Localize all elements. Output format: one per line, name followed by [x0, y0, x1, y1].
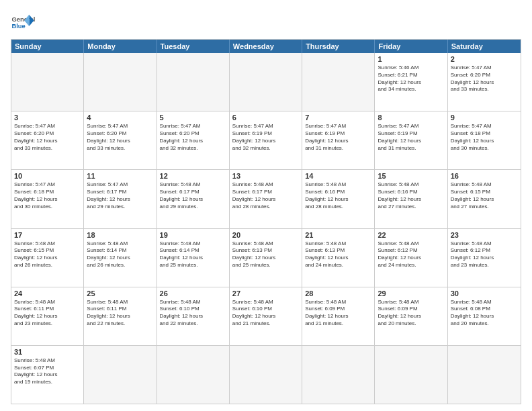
day-number: 20 — [232, 231, 299, 239]
cell-info: Sunrise: 5:48 AM Sunset: 6:09 PM Dayligh… — [378, 299, 444, 328]
calendar-cell: 23Sunrise: 5:48 AM Sunset: 6:12 PM Dayli… — [448, 229, 521, 287]
day-number: 6 — [232, 113, 299, 122]
cell-info: Sunrise: 5:47 AM Sunset: 6:20 PM Dayligh… — [87, 123, 153, 152]
day-number: 11 — [87, 172, 153, 180]
cal-header-day: Sunday — [11, 40, 84, 53]
calendar-cell: 10Sunrise: 5:47 AM Sunset: 6:18 PM Dayli… — [11, 170, 84, 228]
calendar-cell: 27Sunrise: 5:48 AM Sunset: 6:10 PM Dayli… — [230, 287, 302, 345]
day-number: 18 — [87, 231, 153, 239]
calendar-cell: 26Sunrise: 5:48 AM Sunset: 6:10 PM Dayli… — [157, 287, 230, 345]
cell-info: Sunrise: 5:48 AM Sunset: 6:11 PM Dayligh… — [14, 299, 81, 328]
cell-info: Sunrise: 5:47 AM Sunset: 6:19 PM Dayligh… — [378, 123, 444, 152]
day-number: 29 — [378, 289, 444, 298]
day-number: 15 — [378, 172, 444, 180]
day-number: 27 — [232, 289, 299, 298]
cell-info: Sunrise: 5:48 AM Sunset: 6:16 PM Dayligh… — [305, 181, 371, 210]
cell-info: Sunrise: 5:48 AM Sunset: 6:13 PM Dayligh… — [232, 240, 299, 269]
day-number: 10 — [14, 172, 81, 180]
calendar-cell: 11Sunrise: 5:47 AM Sunset: 6:17 PM Dayli… — [84, 170, 157, 228]
cell-info: Sunrise: 5:48 AM Sunset: 6:14 PM Dayligh… — [160, 240, 226, 269]
cell-info: Sunrise: 5:48 AM Sunset: 6:13 PM Dayligh… — [305, 240, 371, 269]
calendar-week-row: 3Sunrise: 5:47 AM Sunset: 6:20 PM Daylig… — [11, 111, 521, 169]
calendar-cell: 30Sunrise: 5:48 AM Sunset: 6:08 PM Dayli… — [448, 287, 521, 345]
calendar-week-row: 1Sunrise: 5:46 AM Sunset: 6:21 PM Daylig… — [11, 53, 521, 111]
cell-info: Sunrise: 5:47 AM Sunset: 6:19 PM Dayligh… — [232, 123, 299, 152]
page: General Blue SundayMondayTuesdayWednesda… — [0, 0, 532, 411]
day-number: 28 — [305, 289, 371, 298]
cell-info: Sunrise: 5:48 AM Sunset: 6:17 PM Dayligh… — [160, 181, 226, 210]
cell-info: Sunrise: 5:47 AM Sunset: 6:20 PM Dayligh… — [160, 123, 226, 152]
cell-info: Sunrise: 5:47 AM Sunset: 6:19 PM Dayligh… — [305, 123, 371, 152]
calendar-cell — [11, 53, 84, 111]
calendar-cell: 21Sunrise: 5:48 AM Sunset: 6:13 PM Dayli… — [302, 229, 375, 287]
calendar-cell: 14Sunrise: 5:48 AM Sunset: 6:16 PM Dayli… — [302, 170, 375, 228]
day-number: 31 — [14, 348, 81, 356]
calendar-cell: 8Sunrise: 5:47 AM Sunset: 6:19 PM Daylig… — [375, 111, 447, 169]
day-number: 5 — [160, 113, 226, 122]
day-number: 30 — [451, 289, 518, 298]
calendar-cell: 29Sunrise: 5:48 AM Sunset: 6:09 PM Dayli… — [375, 287, 447, 345]
calendar-cell — [157, 346, 230, 404]
calendar-cell: 16Sunrise: 5:48 AM Sunset: 6:15 PM Dayli… — [448, 170, 521, 228]
cal-header-day: Tuesday — [157, 40, 230, 53]
day-number: 23 — [451, 231, 518, 239]
calendar-cell — [84, 53, 157, 111]
day-number: 9 — [451, 113, 518, 122]
day-number: 24 — [14, 289, 81, 298]
cell-info: Sunrise: 5:47 AM Sunset: 6:20 PM Dayligh… — [451, 64, 518, 93]
calendar-cell: 5Sunrise: 5:47 AM Sunset: 6:20 PM Daylig… — [157, 111, 230, 169]
cal-header-day: Monday — [84, 40, 157, 53]
header: General Blue — [11, 11, 521, 35]
cell-info: Sunrise: 5:48 AM Sunset: 6:12 PM Dayligh… — [451, 240, 518, 269]
calendar-cell: 1Sunrise: 5:46 AM Sunset: 6:21 PM Daylig… — [375, 53, 447, 111]
calendar-cell: 15Sunrise: 5:48 AM Sunset: 6:16 PM Dayli… — [375, 170, 447, 228]
calendar-cell: 31Sunrise: 5:48 AM Sunset: 6:07 PM Dayli… — [11, 346, 84, 404]
calendar-cell: 2Sunrise: 5:47 AM Sunset: 6:20 PM Daylig… — [448, 53, 521, 111]
cell-info: Sunrise: 5:48 AM Sunset: 6:10 PM Dayligh… — [160, 299, 226, 328]
cell-info: Sunrise: 5:48 AM Sunset: 6:08 PM Dayligh… — [451, 299, 518, 328]
logo: General Blue — [11, 11, 35, 35]
calendar-cell: 13Sunrise: 5:48 AM Sunset: 6:17 PM Dayli… — [230, 170, 302, 228]
cell-info: Sunrise: 5:46 AM Sunset: 6:21 PM Dayligh… — [378, 64, 444, 93]
calendar-cell: 6Sunrise: 5:47 AM Sunset: 6:19 PM Daylig… — [230, 111, 302, 169]
cal-header-day: Friday — [375, 40, 447, 53]
calendar-cell: 17Sunrise: 5:48 AM Sunset: 6:15 PM Dayli… — [11, 229, 84, 287]
calendar-cell: 24Sunrise: 5:48 AM Sunset: 6:11 PM Dayli… — [11, 287, 84, 345]
calendar-cell: 4Sunrise: 5:47 AM Sunset: 6:20 PM Daylig… — [84, 111, 157, 169]
cell-info: Sunrise: 5:48 AM Sunset: 6:15 PM Dayligh… — [14, 240, 81, 269]
logo-icon: General Blue — [11, 11, 35, 35]
day-number: 22 — [378, 231, 444, 239]
day-number: 17 — [14, 231, 81, 239]
day-number: 21 — [305, 231, 371, 239]
cal-header-day: Thursday — [302, 40, 375, 53]
day-number: 12 — [160, 172, 226, 180]
day-number: 14 — [305, 172, 371, 180]
calendar-cell — [302, 346, 375, 404]
calendar-body: 1Sunrise: 5:46 AM Sunset: 6:21 PM Daylig… — [11, 53, 521, 404]
day-number: 2 — [451, 55, 518, 63]
cell-info: Sunrise: 5:47 AM Sunset: 6:17 PM Dayligh… — [87, 181, 153, 210]
cell-info: Sunrise: 5:48 AM Sunset: 6:10 PM Dayligh… — [232, 299, 299, 328]
calendar-cell: 22Sunrise: 5:48 AM Sunset: 6:12 PM Dayli… — [375, 229, 447, 287]
calendar-cell — [302, 53, 375, 111]
calendar-cell: 20Sunrise: 5:48 AM Sunset: 6:13 PM Dayli… — [230, 229, 302, 287]
calendar-cell: 7Sunrise: 5:47 AM Sunset: 6:19 PM Daylig… — [302, 111, 375, 169]
day-number: 3 — [14, 113, 81, 122]
cell-info: Sunrise: 5:47 AM Sunset: 6:20 PM Dayligh… — [14, 123, 81, 152]
calendar-week-row: 10Sunrise: 5:47 AM Sunset: 6:18 PM Dayli… — [11, 169, 521, 228]
calendar-cell: 18Sunrise: 5:48 AM Sunset: 6:14 PM Dayli… — [84, 229, 157, 287]
calendar-cell: 19Sunrise: 5:48 AM Sunset: 6:14 PM Dayli… — [157, 229, 230, 287]
calendar-header-row: SundayMondayTuesdayWednesdayThursdayFrid… — [11, 40, 521, 53]
calendar-cell: 3Sunrise: 5:47 AM Sunset: 6:20 PM Daylig… — [11, 111, 84, 169]
calendar-cell — [230, 53, 302, 111]
day-number: 1 — [378, 55, 444, 63]
cal-header-day: Saturday — [448, 40, 521, 53]
cell-info: Sunrise: 5:48 AM Sunset: 6:15 PM Dayligh… — [451, 181, 518, 210]
cell-info: Sunrise: 5:48 AM Sunset: 6:17 PM Dayligh… — [232, 181, 299, 210]
calendar-cell: 28Sunrise: 5:48 AM Sunset: 6:09 PM Dayli… — [302, 287, 375, 345]
day-number: 8 — [378, 113, 444, 122]
calendar-week-row: 31Sunrise: 5:48 AM Sunset: 6:07 PM Dayli… — [11, 345, 521, 404]
cell-info: Sunrise: 5:48 AM Sunset: 6:12 PM Dayligh… — [378, 240, 444, 269]
cal-header-day: Wednesday — [230, 40, 302, 53]
calendar-cell: 9Sunrise: 5:47 AM Sunset: 6:18 PM Daylig… — [448, 111, 521, 169]
